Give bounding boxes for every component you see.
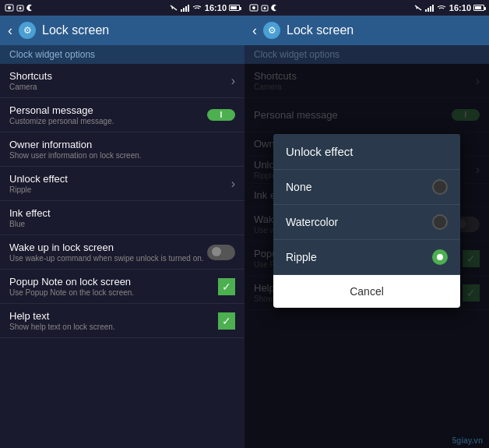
left-section-header: Clock widget options bbox=[0, 45, 244, 64]
wakeup-toggle[interactable] bbox=[207, 245, 235, 260]
unlock-effect-subtitle: Ripple bbox=[9, 185, 231, 194]
ink-effect-subtitle: Blue bbox=[9, 220, 235, 228]
right-time: 16:10 bbox=[449, 3, 471, 12]
list-item[interactable]: Help text Show help text on lock screen.… bbox=[0, 304, 244, 338]
moon-icon-r bbox=[271, 4, 279, 12]
battery-icon-left bbox=[229, 5, 240, 11]
wakeup-subtitle: Use wake-up command when swipe unlock is… bbox=[9, 254, 207, 263]
camera-icon-r bbox=[261, 4, 269, 12]
list-item[interactable]: Shortcuts Camera › bbox=[0, 64, 244, 98]
dialog-option-none[interactable]: None bbox=[273, 170, 460, 205]
svg-point-10 bbox=[264, 7, 266, 9]
dialog-option-watercolor[interactable]: Watercolor bbox=[273, 205, 460, 240]
gear-icon-right: ⚙ bbox=[263, 22, 280, 39]
left-status-bar: 16:10 bbox=[0, 0, 244, 16]
personal-message-title: Personal message bbox=[9, 104, 207, 116]
left-title-bar: ‹ ⚙ Lock screen bbox=[0, 16, 244, 45]
list-item[interactable]: Wake up in lock screen Use wake-up comma… bbox=[0, 235, 244, 270]
help-text-subtitle: Show help text on lock screen. bbox=[9, 323, 218, 331]
shortcuts-chevron: › bbox=[231, 74, 235, 88]
wakeup-info: Wake up in lock screen Use wake-up comma… bbox=[9, 242, 207, 263]
option-ripple-label: Ripple bbox=[286, 251, 317, 263]
back-arrow-right[interactable]: ‹ bbox=[252, 23, 257, 39]
unlock-effect-title: Unlock effect bbox=[9, 173, 231, 185]
dialog-overlay: Unlock effect None Watercolor Ripple bbox=[244, 64, 489, 448]
back-arrow-left[interactable]: ‹ bbox=[8, 23, 12, 39]
left-panel: 16:10 ‹ ⚙ Lock screen Clock widget optio… bbox=[0, 0, 244, 448]
svg-point-6 bbox=[212, 247, 221, 256]
left-time: 16:10 bbox=[205, 3, 227, 12]
shortcuts-title: Shortcuts bbox=[9, 70, 231, 82]
shortcuts-subtitle: Camera bbox=[9, 83, 231, 91]
toggle-off-icon bbox=[210, 246, 232, 257]
left-title: Lock screen bbox=[42, 23, 109, 37]
popup-note-title: Popup Note on lock screen bbox=[9, 276, 218, 287]
owner-title: Owner information bbox=[9, 139, 235, 150]
unlock-effect-info: Unlock effect Ripple bbox=[9, 173, 231, 194]
wakeup-title: Wake up in lock screen bbox=[9, 242, 207, 253]
right-settings-list: Shortcuts Camera › Personal message I Ow… bbox=[244, 64, 489, 448]
radio-watercolor bbox=[432, 214, 448, 230]
list-item[interactable]: Ink effect Blue bbox=[0, 201, 244, 235]
right-panel: 16:10 ‹ ⚙ Lock screen Clock widget optio… bbox=[244, 0, 489, 448]
left-status-icons bbox=[5, 4, 34, 12]
help-text-title: Help text bbox=[9, 310, 218, 322]
wifi-icon-r bbox=[436, 4, 447, 12]
popup-note-info: Popup Note on lock screen Use Popup Note… bbox=[9, 276, 218, 297]
owner-info: Owner information Show user information … bbox=[9, 139, 235, 160]
svg-point-1 bbox=[8, 6, 11, 9]
signal-icon-r bbox=[425, 4, 434, 12]
unlock-effect-dialog: Unlock effect None Watercolor Ripple bbox=[273, 134, 460, 308]
cancel-button[interactable]: Cancel bbox=[273, 275, 460, 308]
list-item[interactable]: Popup Note on lock screen Use Popup Note… bbox=[0, 270, 244, 304]
owner-subtitle: Show user information on lock screen. bbox=[9, 151, 235, 160]
radio-ripple bbox=[432, 249, 448, 265]
list-item[interactable]: Personal message Customize personal mess… bbox=[0, 98, 244, 132]
right-section-header: Clock widget options bbox=[244, 45, 489, 64]
ink-effect-title: Ink effect bbox=[9, 207, 235, 219]
unlock-effect-chevron: › bbox=[231, 177, 235, 191]
right-status-bar: 16:10 bbox=[244, 0, 489, 16]
battery-icon-right bbox=[473, 5, 484, 11]
help-text-checkbox[interactable]: ✓ bbox=[218, 312, 235, 330]
screenshot-icon-r bbox=[249, 4, 259, 12]
personal-message-toggle[interactable]: I bbox=[207, 109, 235, 121]
popup-note-subtitle: Use Popup Note on the lock screen. bbox=[9, 288, 218, 297]
screenshot-icon bbox=[5, 4, 14, 12]
dialog-option-ripple[interactable]: Ripple bbox=[273, 240, 460, 275]
mute-icon-r bbox=[413, 4, 423, 12]
camera-icon bbox=[16, 4, 24, 12]
right-title: Lock screen bbox=[287, 23, 354, 37]
mute-icon bbox=[169, 4, 178, 12]
left-status-right: 16:10 bbox=[169, 3, 240, 12]
left-settings-list: Shortcuts Camera › Personal message Cust… bbox=[0, 64, 244, 448]
wifi-icon bbox=[192, 4, 202, 12]
personal-message-info: Personal message Customize personal mess… bbox=[9, 104, 207, 125]
gear-icon-left: ⚙ bbox=[19, 22, 36, 39]
shortcuts-info: Shortcuts Camera bbox=[9, 70, 231, 91]
cancel-label: Cancel bbox=[350, 285, 384, 298]
radio-none bbox=[432, 179, 448, 195]
right-status-right: 16:10 bbox=[413, 3, 484, 12]
signal-icon bbox=[181, 4, 189, 12]
option-none-label: None bbox=[286, 181, 311, 193]
right-title-bar: ‹ ⚙ Lock screen bbox=[244, 16, 489, 45]
svg-point-3 bbox=[19, 7, 22, 9]
svg-point-8 bbox=[252, 6, 255, 9]
option-watercolor-label: Watercolor bbox=[286, 216, 338, 228]
ink-effect-info: Ink effect Blue bbox=[9, 207, 235, 228]
popup-note-checkbox[interactable]: ✓ bbox=[218, 278, 235, 295]
personal-message-subtitle: Customize personal message. bbox=[9, 117, 207, 125]
help-text-info: Help text Show help text on lock screen. bbox=[9, 310, 218, 331]
right-status-icons bbox=[249, 4, 279, 12]
list-item[interactable]: Unlock effect Ripple › bbox=[0, 167, 244, 201]
radio-inner bbox=[437, 254, 443, 260]
dialog-title: Unlock effect bbox=[273, 134, 460, 170]
list-item[interactable]: Owner information Show user information … bbox=[0, 132, 244, 167]
moon-icon bbox=[26, 4, 34, 12]
